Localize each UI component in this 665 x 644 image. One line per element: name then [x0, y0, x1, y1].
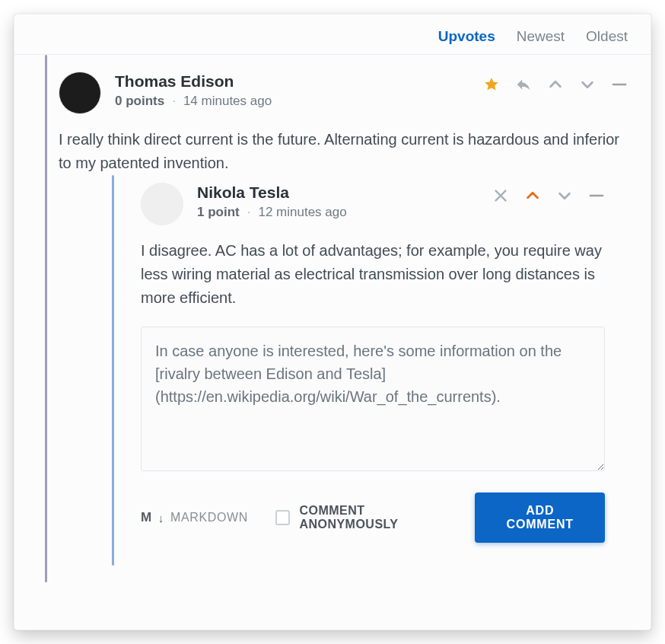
- collapse-icon[interactable]: [588, 187, 605, 204]
- arrow-down-icon: ↓: [158, 512, 164, 524]
- comment-points: 1 point: [197, 205, 240, 220]
- star-icon[interactable]: [483, 76, 500, 93]
- downvote-icon[interactable]: [556, 187, 573, 204]
- anonymous-toggle[interactable]: COMMENT ANONYMOUSLY: [275, 504, 462, 531]
- meta-separator: ·: [172, 94, 176, 109]
- comment-time: 14 minutes ago: [183, 94, 272, 109]
- meta-separator: ·: [247, 205, 251, 220]
- markdown-label: MARKDOWN: [170, 511, 248, 524]
- comment-body: I disagree. AC has a lot of advantages; …: [141, 239, 605, 310]
- markdown-toggle[interactable]: M ↓ MARKDOWN: [141, 510, 248, 525]
- editor-footer: M ↓ MARKDOWN COMMENT ANONYMOUSLY ADD COM…: [141, 493, 605, 549]
- reply-icon[interactable]: [515, 76, 532, 93]
- upvote-icon[interactable]: [547, 76, 564, 93]
- comment: Nikola Tesla 1 point · 12 minutes ago: [104, 175, 628, 566]
- close-icon[interactable]: [492, 187, 509, 204]
- reply-editor[interactable]: [141, 327, 605, 471]
- sort-bar: Upvotes Newest Oldest: [14, 14, 651, 55]
- comment-time: 12 minutes ago: [258, 205, 346, 220]
- sort-tab-oldest[interactable]: Oldest: [586, 28, 628, 45]
- downvote-icon[interactable]: [579, 76, 596, 93]
- add-comment-button[interactable]: ADD COMMENT: [475, 493, 605, 543]
- comment-actions: [483, 76, 628, 93]
- comment: Thomas Edison 0 points · 14 minutes ago: [14, 55, 651, 582]
- comment-author[interactable]: Nikola Tesla: [197, 183, 479, 202]
- comment-thread-card: Upvotes Newest Oldest Thomas Edison 0 po…: [14, 14, 651, 630]
- avatar: [141, 183, 183, 225]
- anonymous-label: COMMENT ANONYMOUSLY: [299, 504, 461, 531]
- avatar: [59, 72, 101, 114]
- collapse-icon[interactable]: [611, 76, 628, 93]
- comment-points: 0 points: [115, 94, 164, 109]
- markdown-glyph: M: [141, 510, 152, 525]
- comment-author[interactable]: Thomas Edison: [115, 72, 469, 91]
- sort-tab-upvotes[interactable]: Upvotes: [438, 28, 495, 45]
- comment-actions: [492, 187, 605, 204]
- thread: Thomas Edison 0 points · 14 minutes ago: [14, 55, 651, 630]
- upvote-icon[interactable]: [524, 187, 541, 204]
- comment-body: I really think direct current is the fut…: [59, 128, 628, 175]
- sort-tab-newest[interactable]: Newest: [517, 28, 565, 45]
- checkbox[interactable]: [275, 510, 290, 525]
